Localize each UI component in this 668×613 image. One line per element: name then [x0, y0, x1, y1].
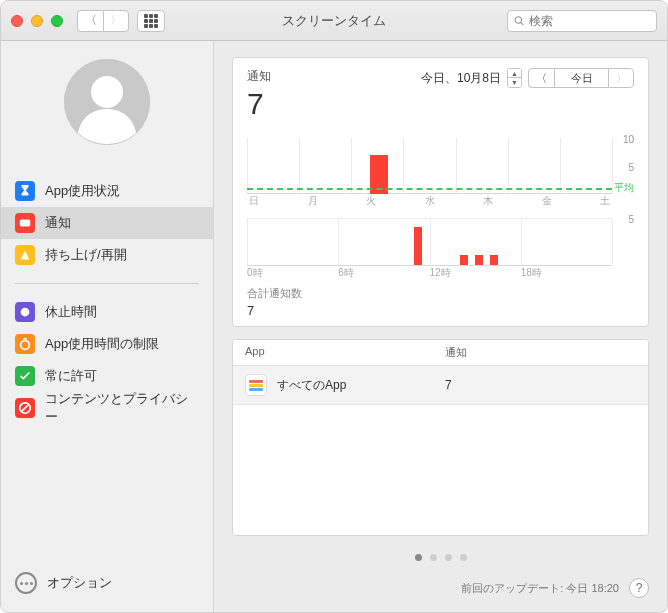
hourglass-icon	[15, 181, 35, 201]
moon-icon	[15, 302, 35, 322]
y-tick: 5	[628, 162, 634, 173]
summary-title: 通知	[247, 68, 271, 85]
search-field[interactable]	[507, 10, 657, 32]
timer-icon	[15, 334, 35, 354]
totals-label: 合計通知数	[247, 286, 634, 301]
summary-card: 通知 7 今日、10月8日 ▲ ▼ 〈 今日 〉	[232, 57, 649, 327]
next-day-button[interactable]: 〉	[608, 68, 634, 88]
sidebar: App使用状況 通知 持ち上げ/再開 休止時間	[1, 41, 214, 612]
avatar-icon	[64, 59, 150, 145]
page-dot[interactable]	[430, 554, 437, 561]
back-button[interactable]: 〈	[77, 10, 103, 32]
page-dot[interactable]	[415, 554, 422, 561]
table-row[interactable]: すべてのApp 7	[233, 366, 648, 405]
svg-rect-2	[20, 220, 31, 227]
page-dot[interactable]	[445, 554, 452, 561]
body: App使用状況 通知 持ち上げ/再開 休止時間	[1, 41, 667, 612]
app-table: App 通知 すべてのApp 7	[232, 339, 649, 536]
weekly-chart: 10 5 日月火水木金土 平均	[247, 138, 634, 208]
help-button[interactable]: ?	[629, 578, 649, 598]
sidebar-item-pickups[interactable]: 持ち上げ/再開	[1, 239, 213, 271]
nav-group-limits: 休止時間 App使用時間の制限 常に許可 コンテンツとプライバシー	[1, 296, 213, 424]
stepper-down-icon[interactable]: ▼	[508, 78, 521, 87]
forward-button[interactable]: 〉	[103, 10, 129, 32]
sidebar-item-label: App使用時間の制限	[45, 335, 159, 353]
minimize-window-button[interactable]	[31, 15, 43, 27]
date-label: 今日、10月8日	[421, 70, 501, 87]
svg-point-4	[21, 341, 30, 350]
date-nav-group: 〈 今日 〉	[528, 68, 634, 88]
zoom-window-button[interactable]	[51, 15, 63, 27]
sidebar-item-label: 持ち上げ/再開	[45, 246, 127, 264]
page-dot[interactable]	[460, 554, 467, 561]
sidebar-item-always-allowed[interactable]: 常に許可	[1, 360, 213, 392]
sidebar-item-app-limits[interactable]: App使用時間の制限	[1, 328, 213, 360]
svg-line-7	[21, 405, 28, 412]
main: 通知 7 今日、10月8日 ▲ ▼ 〈 今日 〉	[214, 41, 667, 612]
sidebar-item-notifications[interactable]: 通知	[1, 207, 213, 239]
prev-day-button[interactable]: 〈	[528, 68, 554, 88]
sidebar-footer: オプション	[1, 558, 213, 612]
svg-point-3	[21, 308, 30, 317]
sidebar-item-app-usage[interactable]: App使用状況	[1, 175, 213, 207]
search-input[interactable]	[529, 14, 650, 28]
sidebar-item-label: 休止時間	[45, 303, 97, 321]
sidebar-item-downtime[interactable]: 休止時間	[1, 296, 213, 328]
sidebar-item-content-privacy[interactable]: コンテンツとプライバシー	[1, 392, 213, 424]
sidebar-item-label: コンテンツとプライバシー	[45, 390, 199, 426]
table-empty-area	[233, 405, 648, 535]
user-avatar[interactable]	[64, 59, 150, 145]
x-labels: 日月火水木金土	[247, 194, 612, 208]
nav-group-usage: App使用状況 通知 持ち上げ/再開	[1, 175, 213, 271]
totals-value: 7	[247, 303, 634, 318]
app-name: すべてのApp	[277, 377, 346, 394]
notification-icon	[15, 213, 35, 233]
all-apps-icon	[245, 374, 267, 396]
x-labels: 0時6時12時18時	[247, 266, 612, 280]
pickup-icon	[15, 245, 35, 265]
svg-rect-5	[23, 338, 27, 340]
close-window-button[interactable]	[11, 15, 23, 27]
sidebar-item-label: 常に許可	[45, 367, 97, 385]
check-icon	[15, 366, 35, 386]
table-header: App 通知	[233, 340, 648, 366]
app-value: 7	[445, 378, 452, 392]
stepper-up-icon[interactable]: ▲	[508, 69, 521, 78]
page-indicator[interactable]	[232, 546, 649, 568]
nav-back-forward: 〈 〉	[77, 10, 129, 32]
titlebar: 〈 〉 スクリーンタイム	[1, 1, 667, 41]
window: 〈 〉 スクリーンタイム App使用状況	[0, 0, 668, 613]
y-tick: 5	[628, 214, 634, 225]
sidebar-item-label: 通知	[45, 214, 71, 232]
summary-header: 通知 7 今日、10月8日 ▲ ▼ 〈 今日 〉	[247, 68, 634, 120]
show-all-button[interactable]	[137, 10, 165, 32]
svg-point-1	[91, 76, 123, 108]
no-entry-icon	[15, 398, 35, 418]
grid-icon	[144, 14, 158, 28]
options-icon[interactable]	[15, 572, 37, 594]
search-icon	[514, 15, 525, 27]
sidebar-item-label: App使用状況	[45, 182, 120, 200]
options-label[interactable]: オプション	[47, 574, 112, 592]
summary-value: 7	[247, 87, 271, 120]
today-button[interactable]: 今日	[554, 68, 608, 88]
y-tick: 10	[623, 134, 634, 145]
col-notifications: 通知	[445, 345, 467, 360]
col-app: App	[245, 345, 445, 360]
divider	[15, 283, 199, 284]
traffic-lights	[11, 15, 63, 27]
last-update-label: 前回のアップデート: 今日 18:20	[461, 581, 619, 596]
footer: 前回のアップデート: 今日 18:20 ?	[232, 568, 649, 598]
date-stepper[interactable]: ▲ ▼	[507, 68, 522, 88]
hourly-chart: 5 0時6時12時18時	[247, 218, 634, 280]
